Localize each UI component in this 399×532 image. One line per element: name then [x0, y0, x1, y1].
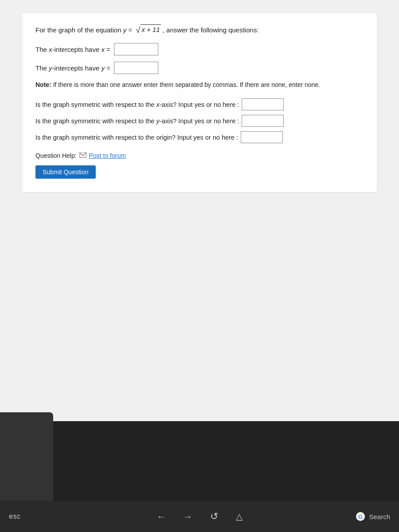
note-block: Note: If there is more than one answer e… [35, 80, 364, 90]
equation-line: For the graph of the equation y = √ x + … [35, 24, 364, 35]
symmetry-y-row: Is the graph symmetric with respect to t… [35, 115, 364, 127]
sqrt-sign: √ [136, 26, 140, 34]
dark-area [0, 421, 399, 501]
sqrt-wrapper: √ x + 11 [136, 24, 160, 35]
symmetry-x-input[interactable] [242, 98, 284, 110]
post-to-forum-link[interactable]: Post to forum [89, 152, 126, 159]
taskbar-center: ← → ↺ △ [157, 511, 243, 522]
back-button[interactable]: ← [157, 512, 166, 522]
y-intercept-label: The y-intercepts have y = [35, 64, 110, 72]
symmetry-origin-row: Is the graph symmetric with respect to t… [35, 131, 364, 143]
equation-suffix: , answer the following questions: [163, 26, 259, 34]
svg-text:G: G [358, 513, 363, 520]
equation-math: y = [123, 26, 134, 34]
symmetry-y-input[interactable] [242, 115, 284, 127]
esc-key[interactable]: esc [9, 512, 20, 520]
taskbar: esc ← → ↺ △ G Search [0, 501, 399, 532]
search-area[interactable]: G Search [356, 512, 390, 521]
sqrt-content: x + 11 [141, 24, 160, 35]
search-label[interactable]: Search [369, 513, 390, 520]
x-intercept-label: The x-intercepts have x = [35, 46, 110, 53]
symmetry-x-row: Is the graph symmetric with respect to t… [35, 98, 364, 110]
question-block: For the graph of the equation y = √ x + … [22, 13, 377, 192]
dark-left-panel [0, 412, 53, 501]
note-text: If there is more than one answer enter t… [53, 81, 320, 88]
y-intercept-input[interactable] [114, 62, 158, 74]
equation-prefix: For the graph of the equation [35, 26, 123, 34]
x-intercept-input[interactable] [114, 43, 158, 55]
y-intercept-row: The y-intercepts have y = [35, 62, 364, 74]
home-button[interactable]: △ [236, 511, 243, 522]
submit-question-button[interactable]: Submit Question [35, 165, 96, 179]
main-content: For the graph of the equation y = √ x + … [0, 0, 399, 421]
note-label: Note: [35, 81, 51, 88]
question-help-label: Question Help: [35, 152, 77, 159]
symmetry-y-label: Is the graph symmetric with respect to t… [35, 117, 239, 125]
x-intercept-row: The x-intercepts have x = [35, 43, 364, 55]
symmetry-origin-label: Is the graph symmetric with respect to t… [35, 134, 238, 141]
google-icon: G [356, 512, 365, 521]
symmetry-block: Is the graph symmetric with respect to t… [35, 98, 364, 143]
symmetry-origin-input[interactable] [241, 131, 283, 143]
message-icon [79, 153, 86, 159]
refresh-button[interactable]: ↺ [210, 511, 218, 522]
forward-button[interactable]: → [184, 512, 192, 522]
question-help-row: Question Help: Post to forum [35, 152, 364, 159]
symmetry-x-label: Is the graph symmetric with respect to t… [35, 101, 239, 108]
